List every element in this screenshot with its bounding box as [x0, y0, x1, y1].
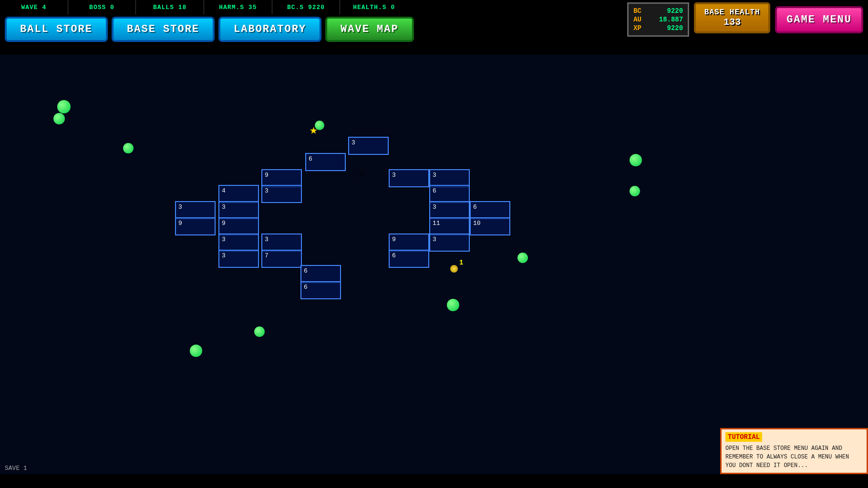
- grid-cell[interactable]: 4: [218, 185, 259, 203]
- grid-cell[interactable]: 3: [389, 169, 429, 187]
- nav-buttons: BALL STORE BASE STORE LABORATORY WAVE MA…: [5, 17, 414, 42]
- base-health-title: BASE HEALTH: [703, 8, 761, 17]
- currency-panel: BC 9220 AU 18.887 XP 9220: [627, 2, 689, 37]
- green-ball: [254, 326, 265, 337]
- grid-cell[interactable]: 6: [470, 201, 510, 219]
- grid-cell[interactable]: 6: [300, 281, 341, 299]
- green-ball: [57, 100, 71, 113]
- yellow-dot-label: 1: [459, 259, 463, 266]
- green-ball: [315, 121, 324, 130]
- bc-label: BC: [633, 7, 641, 15]
- xp-value: 9220: [667, 24, 683, 32]
- tutorial-title: TUTORIAL: [725, 432, 762, 442]
- tutorial-box: TUTORIAL OPEN THE BASE STORE MENU AGAIN …: [720, 428, 868, 474]
- green-ball: [630, 186, 640, 196]
- save-label: SAVE 1: [5, 465, 27, 472]
- base-health-panel: BASE HEALTH 133: [694, 2, 770, 33]
- bc-row: BC 9220: [633, 7, 683, 15]
- grid-cell[interactable]: 3: [261, 234, 302, 252]
- tutorial-text: OPEN THE BASE STORE MENU AGAIN AND REMEM…: [725, 444, 863, 470]
- grid-cell[interactable]: 3: [218, 250, 259, 268]
- game-menu-button[interactable]: GAME MENU: [775, 6, 863, 33]
- game-area: ★ 1 ☞ TUTORIAL OPEN THE BASE STORE MENU …: [0, 55, 868, 474]
- grid-cell[interactable]: 9: [389, 234, 429, 252]
- au-row: AU 18.887: [633, 16, 683, 23]
- base-store-button[interactable]: BASE STORE: [112, 17, 215, 42]
- green-ball: [630, 154, 642, 166]
- right-panels: BC 9220 AU 18.887 XP 9220 BASE HEALTH 13…: [627, 2, 863, 37]
- au-value: 18.887: [659, 16, 683, 23]
- laboratory-button[interactable]: LABORATORY: [218, 17, 321, 42]
- wave-map-button[interactable]: WAVE MAP: [325, 17, 414, 42]
- grid-cell[interactable]: 9: [175, 217, 216, 235]
- base-health-value: 133: [703, 17, 761, 28]
- grid-cell[interactable]: 6: [429, 185, 470, 203]
- grid-cell[interactable]: 10: [470, 217, 510, 235]
- grid-cell[interactable]: 11: [429, 217, 470, 235]
- header: BALL STORE BASE STORE LABORATORY WAVE MA…: [0, 0, 868, 55]
- au-label: AU: [633, 16, 641, 23]
- xp-label: XP: [633, 24, 641, 32]
- grid-cell[interactable]: 3: [429, 201, 470, 219]
- cursor-hand: ☞: [353, 163, 368, 186]
- grid-cell[interactable]: 6: [305, 153, 346, 171]
- bc-value: 9220: [667, 7, 683, 15]
- grid-cell[interactable]: 7: [261, 250, 302, 268]
- grid-cell[interactable]: 3: [261, 185, 302, 203]
- xp-row: XP 9220: [633, 24, 683, 32]
- grid-cell[interactable]: 3: [348, 137, 389, 155]
- green-ball: [447, 299, 459, 311]
- grid-cell[interactable]: 3: [218, 234, 259, 252]
- grid-cell[interactable]: 6: [300, 265, 341, 283]
- grid-cell[interactable]: 3: [218, 201, 259, 219]
- grid-cell[interactable]: 9: [218, 217, 259, 235]
- green-ball: [517, 253, 528, 263]
- grid-cell[interactable]: 3: [175, 201, 216, 219]
- green-ball: [53, 113, 65, 124]
- grid-cell[interactable]: 6: [389, 250, 429, 268]
- grid-cell[interactable]: 3: [429, 234, 470, 252]
- ball-store-button[interactable]: BALL STORE: [5, 17, 108, 42]
- green-ball: [190, 345, 202, 357]
- yellow-dot-entity: [450, 265, 458, 273]
- green-ball: [123, 143, 134, 153]
